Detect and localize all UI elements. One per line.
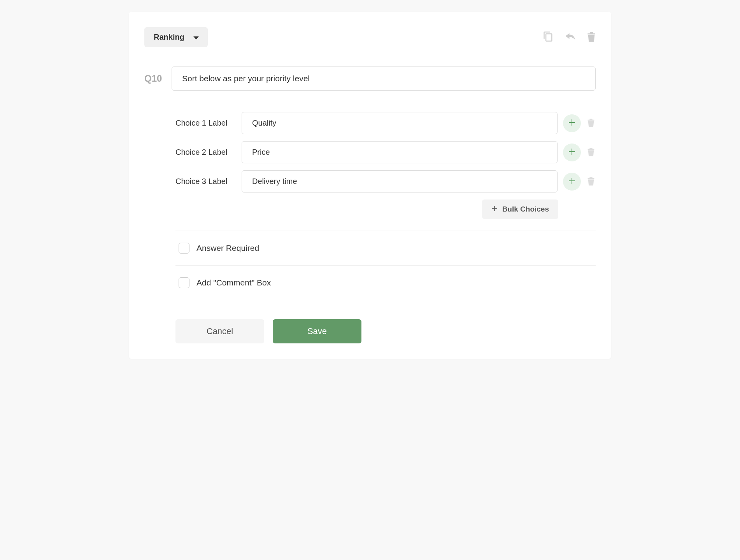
delete-choice-button[interactable]: [586, 147, 596, 158]
form-buttons-row: Cancel Save: [144, 319, 596, 343]
answer-required-label: Answer Required: [196, 243, 259, 253]
question-editor-card: Ranking Q10 Choice 1 Label: [129, 12, 611, 359]
plus-icon: [491, 205, 498, 214]
chevron-down-icon: [193, 33, 199, 42]
question-number-label: Q10: [144, 73, 164, 84]
divider: [175, 231, 596, 231]
choice-input[interactable]: [242, 141, 558, 163]
choice-label: Choice 1 Label: [175, 119, 242, 128]
bulk-choices-label: Bulk Choices: [502, 205, 549, 214]
add-comment-checkbox[interactable]: [179, 277, 189, 288]
save-button[interactable]: Save: [273, 319, 361, 343]
bulk-choices-button[interactable]: Bulk Choices: [482, 200, 558, 219]
editor-action-icons: [543, 31, 596, 44]
plus-icon: [568, 148, 576, 157]
cancel-button[interactable]: Cancel: [175, 319, 264, 343]
copy-icon[interactable]: [543, 31, 554, 44]
trash-icon: [587, 147, 595, 158]
trash-icon[interactable]: [587, 31, 596, 44]
divider: [175, 265, 596, 266]
choice-row: Choice 2 Label: [175, 141, 596, 163]
choice-label: Choice 2 Label: [175, 148, 242, 157]
add-comment-label: Add "Comment" Box: [196, 278, 271, 287]
choice-input[interactable]: [242, 112, 558, 134]
add-choice-button[interactable]: [563, 144, 581, 161]
add-comment-row: Add "Comment" Box: [144, 277, 596, 288]
question-title-row: Q10: [144, 66, 596, 91]
answer-required-row: Answer Required: [144, 243, 596, 254]
plus-icon: [568, 177, 576, 186]
undo-icon[interactable]: [565, 32, 576, 43]
add-choice-button[interactable]: [563, 173, 581, 191]
delete-choice-button[interactable]: [586, 176, 596, 187]
choice-label: Choice 3 Label: [175, 177, 242, 186]
trash-icon: [587, 176, 595, 187]
choice-row: Choice 1 Label: [175, 112, 596, 134]
delete-choice-button[interactable]: [586, 118, 596, 129]
answer-required-checkbox[interactable]: [179, 243, 189, 254]
editor-top-row: Ranking: [144, 27, 596, 47]
choice-input[interactable]: [242, 170, 558, 192]
choices-section: Choice 1 Label Choice 2 Label: [144, 112, 596, 219]
question-type-dropdown[interactable]: Ranking: [144, 27, 208, 47]
bulk-choices-row: Bulk Choices: [175, 200, 596, 219]
trash-icon: [587, 118, 595, 129]
choice-row: Choice 3 Label: [175, 170, 596, 192]
question-text-input[interactable]: [172, 66, 596, 91]
plus-icon: [568, 119, 576, 128]
question-type-label: Ranking: [154, 33, 184, 42]
add-choice-button[interactable]: [563, 114, 581, 132]
